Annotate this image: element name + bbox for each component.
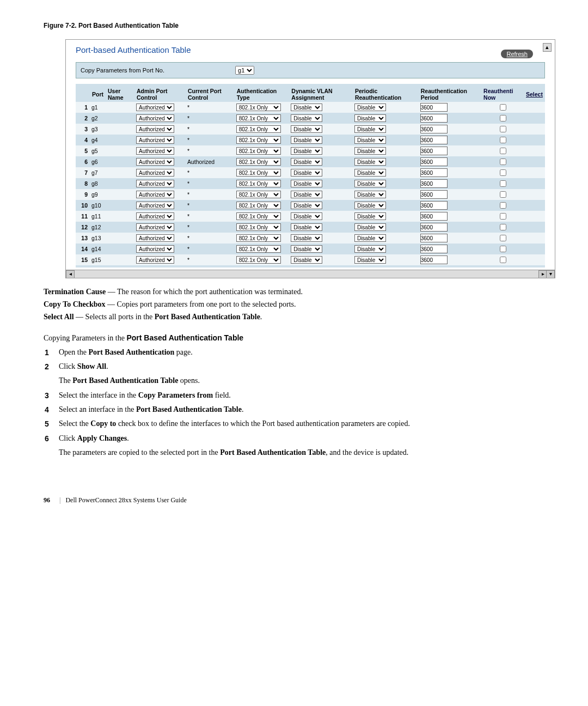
- reauth-period-input[interactable]: [420, 179, 448, 188]
- auth-select[interactable]: 802.1x Only: [236, 191, 281, 198]
- periodic-select[interactable]: Disable: [354, 191, 386, 198]
- reauth-now-checkbox[interactable]: [500, 257, 506, 263]
- auth-select[interactable]: 802.1x Only: [236, 125, 281, 133]
- admin-select[interactable]: Authorized: [136, 234, 174, 242]
- admin-select[interactable]: Authorized: [136, 202, 174, 209]
- periodic-select[interactable]: Disable: [354, 223, 386, 231]
- reauth-now-checkbox[interactable]: [500, 104, 506, 111]
- admin-select[interactable]: Authorized: [136, 191, 174, 198]
- reauth-now-checkbox[interactable]: [500, 213, 506, 220]
- auth-select[interactable]: 802.1x Only: [236, 114, 281, 122]
- admin-select[interactable]: Authorized: [136, 245, 174, 253]
- scroll-down-icon[interactable]: ▾: [546, 270, 555, 278]
- admin-select[interactable]: Authorized: [136, 114, 174, 122]
- reauth-now-checkbox[interactable]: [500, 246, 506, 252]
- row-reauth-now: [481, 189, 524, 200]
- vlan-select[interactable]: Disable: [291, 234, 322, 242]
- reauth-period-input[interactable]: [420, 136, 448, 144]
- auth-select[interactable]: 802.1x Only: [236, 136, 281, 144]
- vlan-select[interactable]: Disable: [291, 147, 322, 155]
- reauth-period-input[interactable]: [420, 245, 448, 253]
- reauth-now-checkbox[interactable]: [500, 235, 506, 241]
- reauth-period-input[interactable]: [420, 234, 448, 242]
- auth-select[interactable]: 802.1x Only: [236, 104, 281, 111]
- admin-select[interactable]: Authorized: [136, 212, 174, 220]
- admin-select[interactable]: Authorized: [136, 223, 174, 231]
- periodic-select[interactable]: Disable: [354, 169, 386, 176]
- periodic-select[interactable]: Disable: [354, 245, 386, 253]
- reauth-period-input[interactable]: [420, 125, 448, 133]
- vlan-select[interactable]: Disable: [291, 202, 322, 209]
- reauth-now-checkbox[interactable]: [500, 191, 506, 198]
- refresh-button[interactable]: Refresh: [501, 50, 533, 58]
- auth-select[interactable]: 802.1x Only: [236, 202, 281, 209]
- periodic-select[interactable]: Disable: [354, 158, 386, 166]
- vlan-select[interactable]: Disable: [291, 136, 322, 144]
- auth-select[interactable]: 802.1x Only: [236, 169, 281, 176]
- vlan-select[interactable]: Disable: [291, 114, 322, 122]
- admin-select[interactable]: Authorized: [136, 125, 174, 133]
- vlan-select[interactable]: Disable: [291, 104, 322, 111]
- copy-params-select[interactable]: g1: [235, 66, 254, 75]
- periodic-select[interactable]: Disable: [354, 212, 386, 220]
- auth-select[interactable]: 802.1x Only: [236, 212, 281, 220]
- vlan-select[interactable]: Disable: [291, 125, 322, 133]
- periodic-select[interactable]: Disable: [354, 147, 386, 155]
- periodic-select[interactable]: Disable: [354, 180, 386, 187]
- admin-select[interactable]: Authorized: [136, 104, 174, 111]
- admin-select[interactable]: Authorized: [136, 169, 174, 176]
- auth-select[interactable]: 802.1x Only: [236, 147, 281, 155]
- table-row: 13g13Authorized*802.1x OnlyDisableDisabl…: [76, 233, 545, 244]
- periodic-select[interactable]: Disable: [354, 234, 386, 242]
- vlan-select[interactable]: Disable: [291, 256, 322, 264]
- auth-select[interactable]: 802.1x Only: [236, 256, 281, 264]
- vlan-select[interactable]: Disable: [291, 212, 322, 220]
- h-scrollbar[interactable]: ◂ ▸ ▾: [66, 270, 555, 278]
- reauth-period-input[interactable]: [420, 157, 448, 166]
- reauth-period-input[interactable]: [420, 168, 448, 177]
- reauth-period-input[interactable]: [420, 223, 448, 232]
- reauth-now-checkbox[interactable]: [500, 137, 506, 143]
- auth-select[interactable]: 802.1x Only: [236, 158, 281, 166]
- reauth-period-input[interactable]: [420, 103, 448, 112]
- auth-select[interactable]: 802.1x Only: [236, 180, 281, 187]
- reauth-now-checkbox[interactable]: [500, 180, 506, 187]
- vlan-select[interactable]: Disable: [291, 245, 322, 253]
- periodic-select[interactable]: Disable: [354, 202, 386, 209]
- vlan-select[interactable]: Disable: [291, 158, 322, 166]
- col-user: User Name: [106, 87, 134, 102]
- auth-select[interactable]: 802.1x Only: [236, 234, 281, 242]
- vlan-select[interactable]: Disable: [291, 180, 322, 187]
- reauth-period-input[interactable]: [420, 201, 448, 210]
- scroll-left-icon[interactable]: ◂: [66, 270, 75, 278]
- admin-select[interactable]: Authorized: [136, 147, 174, 155]
- admin-select[interactable]: Authorized: [136, 180, 174, 187]
- vlan-select[interactable]: Disable: [291, 191, 322, 198]
- periodic-select[interactable]: Disable: [354, 256, 386, 264]
- reauth-period-input[interactable]: [420, 212, 448, 221]
- vlan-select[interactable]: Disable: [291, 169, 322, 176]
- admin-select[interactable]: Authorized: [136, 136, 174, 144]
- reauth-now-checkbox[interactable]: [500, 169, 506, 176]
- reauth-now-checkbox[interactable]: [500, 202, 506, 209]
- auth-select[interactable]: 802.1x Only: [236, 245, 281, 253]
- reauth-now-checkbox[interactable]: [500, 115, 506, 121]
- periodic-select[interactable]: Disable: [354, 136, 386, 144]
- reauth-period-input[interactable]: [420, 190, 448, 199]
- admin-select[interactable]: Authorized: [136, 256, 174, 264]
- admin-select[interactable]: Authorized: [136, 158, 174, 166]
- row-user: [106, 222, 134, 233]
- reauth-period-input[interactable]: [420, 147, 448, 155]
- auth-select[interactable]: 802.1x Only: [236, 223, 281, 231]
- periodic-select[interactable]: Disable: [354, 114, 386, 122]
- periodic-select[interactable]: Disable: [354, 104, 386, 111]
- vlan-select[interactable]: Disable: [291, 223, 322, 231]
- periodic-select[interactable]: Disable: [354, 125, 386, 133]
- reauth-now-checkbox[interactable]: [500, 148, 506, 154]
- reauth-period-input[interactable]: [420, 255, 448, 264]
- scroll-up-icon[interactable]: ▴: [543, 43, 552, 52]
- reauth-period-input[interactable]: [420, 114, 448, 123]
- reauth-now-checkbox[interactable]: [500, 126, 506, 132]
- reauth-now-checkbox[interactable]: [500, 224, 506, 230]
- reauth-now-checkbox[interactable]: [500, 159, 506, 165]
